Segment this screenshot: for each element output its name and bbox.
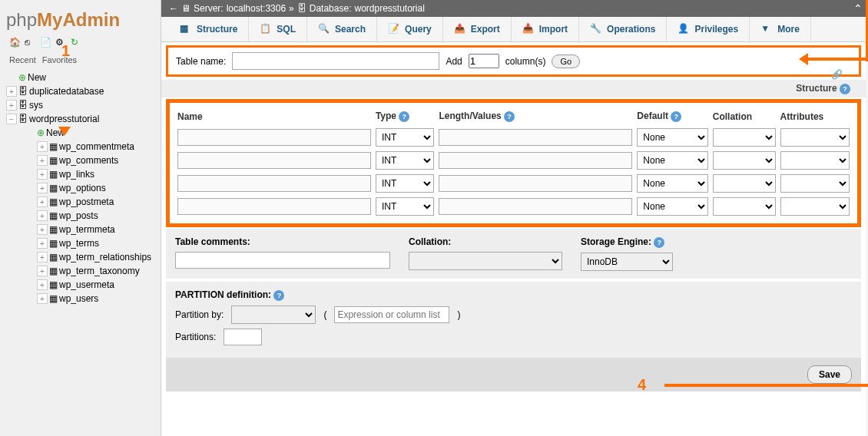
tree-table-wp_options[interactable]: +▦wp_options (34, 181, 157, 195)
tab-sql[interactable]: 📋SQL (249, 17, 307, 41)
partition-expr-input[interactable] (334, 306, 449, 323)
logo-my: My (37, 9, 62, 30)
tree-table-wp_term_relationships[interactable]: +▦wp_term_relationships (34, 250, 157, 264)
table-icon: ▦ (49, 252, 58, 263)
col-collation-select[interactable] (713, 197, 776, 216)
col-name-input[interactable] (177, 152, 371, 169)
col-collation-select[interactable] (713, 151, 776, 170)
col-type-select[interactable]: INT (376, 151, 435, 170)
col-length-input[interactable] (439, 129, 632, 146)
col-collation-select[interactable] (713, 174, 776, 193)
sql-icon: 📋 (260, 23, 272, 35)
expand-icon[interactable]: + (37, 279, 48, 290)
home-icon[interactable]: 🏠 (9, 37, 22, 49)
collapse-icon[interactable]: − (6, 114, 17, 124)
partition-by-select[interactable] (231, 306, 316, 324)
col-default-select[interactable]: None (637, 197, 707, 216)
tree-table-wp_commentmeta[interactable]: +▦wp_commentmeta (34, 140, 157, 154)
tab-search[interactable]: 🔍Search (307, 17, 377, 41)
partitions-count-input[interactable] (224, 329, 262, 345)
help-icon[interactable]: ? (654, 237, 664, 248)
col-header-type: Type (376, 111, 396, 121)
tree-table-wp_users[interactable]: +▦wp_users (34, 292, 157, 306)
expand-icon[interactable]: + (37, 197, 48, 207)
minimize-icon[interactable]: ⌃ (853, 2, 863, 15)
expand-icon[interactable]: + (37, 183, 48, 193)
engine-select[interactable]: InnoDB (581, 253, 673, 271)
col-type-select[interactable]: INT (376, 128, 435, 147)
help-icon[interactable]: ? (504, 111, 515, 122)
tab-favorites[interactable]: Favorites (42, 55, 77, 64)
comments-input[interactable] (175, 252, 390, 269)
collation-label: Collation: (409, 236, 562, 247)
col-length-input[interactable] (439, 175, 632, 192)
col-attr-select[interactable] (780, 174, 850, 193)
col-type-select[interactable]: INT (376, 197, 435, 216)
expand-icon[interactable]: + (37, 293, 48, 304)
tree-table-wp_comments[interactable]: +▦wp_comments (34, 154, 157, 167)
save-button[interactable]: Save (807, 365, 852, 384)
col-type-select[interactable]: INT (376, 174, 435, 193)
expand-icon[interactable]: + (37, 210, 48, 221)
tab-query[interactable]: 📝Query (377, 17, 443, 41)
tab-export[interactable]: 📤Export (443, 17, 512, 41)
tab-privileges[interactable]: 👤Privileges (667, 17, 750, 41)
tree-table-wp_usermeta[interactable]: +▦wp_usermeta (34, 278, 157, 292)
tree-table-wp_postmeta[interactable]: +▦wp_postmeta (34, 195, 157, 209)
expand-icon[interactable]: + (37, 266, 48, 276)
col-collation-select[interactable] (713, 128, 776, 147)
tree-new[interactable]: ⊕ New (3, 71, 157, 84)
reload-icon[interactable]: ↻ (71, 37, 83, 49)
table-name-input[interactable] (232, 52, 439, 70)
logout-icon[interactable]: ⎋ (25, 37, 37, 49)
tree-table-new[interactable]: ⊕New (34, 126, 157, 140)
help-icon[interactable]: ? (671, 111, 681, 122)
expand-icon[interactable]: + (6, 86, 17, 97)
expand-icon[interactable]: + (6, 100, 17, 111)
link-icon[interactable]: 🔗 (831, 69, 843, 80)
expand-icon[interactable]: + (37, 252, 48, 263)
go-button[interactable]: Go (552, 54, 580, 68)
tree-db-duplicatedatabase[interactable]: + 🗄 duplicatedatabase (3, 84, 157, 98)
help-icon[interactable]: ? (273, 290, 284, 301)
col-name-input[interactable] (177, 175, 371, 192)
db-name[interactable]: wordpresstutorial (354, 3, 424, 14)
tab-import[interactable]: 📥Import (512, 17, 579, 41)
docs-icon[interactable]: 📄 (40, 37, 52, 49)
db-label: Database: (310, 3, 352, 14)
add-columns-input[interactable] (469, 54, 499, 68)
table-icon: ▦ (49, 155, 58, 166)
help-icon[interactable]: ? (840, 84, 850, 94)
tab-recent[interactable]: Recent (9, 55, 36, 64)
tree-table-wp_terms[interactable]: +▦wp_terms (34, 236, 157, 250)
tab-operations[interactable]: 🔧Operations (579, 17, 667, 41)
tab-structure[interactable]: ▦Structure (169, 17, 249, 41)
tree-db-wordpresstutorial[interactable]: − 🗄 wordpresstutorial (3, 112, 157, 126)
col-attr-select[interactable] (780, 128, 850, 147)
col-default-select[interactable]: None (637, 174, 707, 193)
col-length-input[interactable] (439, 198, 632, 215)
col-default-select[interactable]: None (637, 128, 707, 147)
col-default-select[interactable]: None (637, 151, 707, 170)
expand-icon[interactable]: + (37, 141, 48, 152)
col-name-input[interactable] (177, 198, 371, 215)
nav-toggle-icon[interactable]: ← (169, 3, 178, 14)
tree-db-sys[interactable]: + 🗄 sys (3, 98, 157, 112)
col-name-input[interactable] (177, 129, 371, 146)
expand-icon[interactable]: + (37, 238, 48, 249)
expand-icon[interactable]: + (37, 155, 48, 166)
help-icon[interactable]: ? (399, 111, 409, 122)
col-attr-select[interactable] (780, 151, 850, 170)
tree-table-wp_posts[interactable]: +▦wp_posts (34, 209, 157, 223)
col-length-input[interactable] (439, 152, 632, 169)
tree-table-wp_termmeta[interactable]: +▦wp_termmeta (34, 223, 157, 236)
col-attr-select[interactable] (780, 197, 850, 216)
server-name[interactable]: localhost:3306 (227, 3, 286, 14)
tree-table-wp_links[interactable]: +▦wp_links (34, 167, 157, 181)
collation-select[interactable] (409, 252, 562, 270)
tree-table-wp_term_taxonomy[interactable]: +▦wp_term_taxonomy (34, 264, 157, 278)
structure-title: Structure (796, 83, 837, 94)
expand-icon[interactable]: + (37, 224, 48, 235)
tab-more[interactable]: ▼More (750, 17, 811, 41)
expand-icon[interactable]: + (37, 169, 48, 180)
